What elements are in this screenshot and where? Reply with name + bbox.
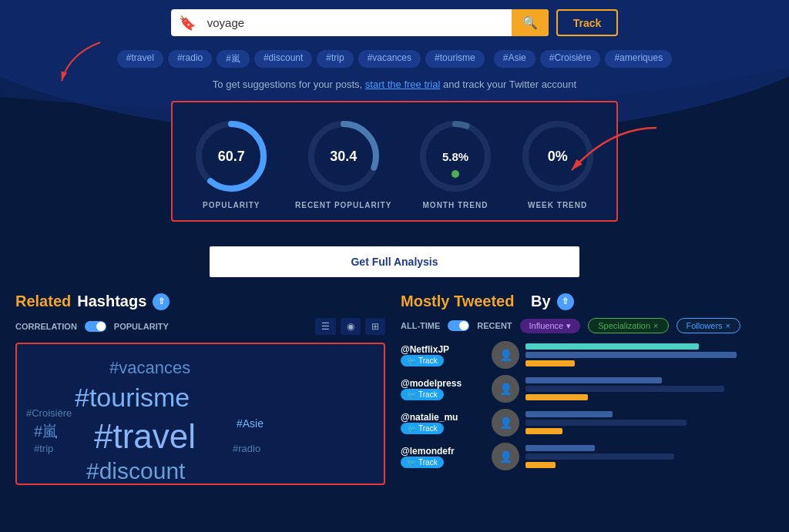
search-button[interactable]: 🔍: [512, 9, 549, 36]
popularity-circle: 60.7: [193, 118, 270, 195]
user-list: @NetflixJP 🐦 Track 👤: [401, 341, 774, 470]
pill-arashi[interactable]: #嵐: [217, 50, 250, 68]
bar1: [525, 445, 595, 451]
popularity-label: POPULARITY: [203, 201, 260, 209]
recent-popularity-label: RECENT POPULARITY: [295, 201, 391, 209]
week-trend-label: WEEK TREND: [528, 201, 587, 209]
correlation-toggle[interactable]: [85, 321, 106, 332]
search-icon: 🔍: [522, 16, 538, 29]
bar2: [525, 352, 737, 358]
pill-croisiere[interactable]: #Croisière: [540, 50, 601, 68]
user-row-lemondefr: @lemondefr 🐦 Track 👤: [401, 443, 774, 470]
twitter-icon2: 🐦: [407, 390, 416, 399]
get-full-analysis-button[interactable]: Get Full Analysis: [210, 246, 579, 277]
bars-netflixjp: [525, 343, 774, 366]
all-time-label: ALL-TIME: [401, 321, 440, 330]
down-arrow-annotation: [54, 38, 108, 85]
stats-box: 60.7 POPULARITY 30.4 RECENT POPULARITY: [171, 101, 618, 222]
mostly-tweeted-section: Mostly Tweeted By ⇧ ALL-TIME RECENT Infl…: [401, 293, 774, 485]
twitter-icon: 🐦: [407, 356, 416, 365]
username-natalie: @natalie_mu: [401, 412, 485, 423]
pill-vacances[interactable]: #vacances: [358, 50, 421, 68]
bar3: [525, 428, 562, 434]
wc-discount[interactable]: #discount: [86, 458, 185, 484]
avatar-netflixjp: 👤: [492, 341, 519, 369]
bar3: [525, 394, 588, 400]
track-btn-modelpress[interactable]: 🐦 Track: [401, 389, 444, 400]
user-info-modelpress: @modelpress 🐦 Track: [401, 378, 485, 400]
month-trend-circle: 5.8%: [417, 118, 494, 195]
wc-croisiere[interactable]: #Croisière: [26, 407, 72, 419]
popularity-value: 60.7: [218, 149, 245, 165]
pill-tourisme[interactable]: #tourisme: [425, 50, 485, 68]
bottom-section: Related Hashtags ⇧ CORRELATION POPULARIT…: [0, 293, 789, 485]
stat-popularity: 60.7 POPULARITY: [193, 118, 270, 209]
search-wrapper: 🔖 🔍: [171, 9, 549, 36]
pill-trip[interactable]: #trip: [317, 50, 353, 68]
pill-asie[interactable]: #Asie: [494, 50, 536, 68]
wc-arashi[interactable]: #嵐: [34, 421, 58, 442]
user-row-natalie: @natalie_mu 🐦 Track 👤: [401, 409, 774, 437]
pill-radio[interactable]: #radio: [168, 50, 212, 68]
share-icon-hashtags[interactable]: ⇧: [153, 293, 170, 310]
pill-ameriques[interactable]: #ameriques: [605, 50, 672, 68]
track-btn-lemondefr[interactable]: 🐦 Track: [401, 457, 444, 468]
free-trial-link[interactable]: start the free trial: [365, 79, 441, 90]
followers-filter[interactable]: Followers ×: [677, 318, 741, 333]
stat-month-trend: 5.8% MONTH TREND: [417, 118, 494, 209]
wc-vacances[interactable]: #vacances: [109, 358, 190, 378]
user-info-lemondefr: @lemondefr 🐦 Track: [401, 446, 485, 468]
month-trend-label: MONTH TREND: [423, 201, 489, 209]
popularity-label: POPULARITY: [114, 322, 169, 331]
track-btn-natalie[interactable]: 🐦 Track: [401, 423, 444, 434]
related-label: Related: [15, 293, 71, 310]
grid-view-btn[interactable]: ⊞: [365, 318, 385, 335]
wc-tourisme[interactable]: #tourisme: [75, 383, 190, 413]
by-label: By: [531, 293, 551, 310]
avatar-lemondefr: 👤: [492, 443, 519, 470]
filter-icons: ☰ ◉ ⊞: [315, 318, 385, 335]
tweeted-filter-bar: ALL-TIME RECENT Influence ▾ Specializati…: [401, 318, 774, 333]
green-dot: [452, 170, 459, 178]
hashtag-pills-container: #travel #radio #嵐 #discount #trip #vacan…: [0, 44, 789, 74]
wc-trip[interactable]: #trip: [34, 443, 53, 454]
month-trend-value: 5.8%: [442, 150, 468, 163]
related-hashtags-title: Related Hashtags ⇧: [15, 293, 385, 310]
bar1: [525, 343, 699, 350]
share-icon-tweeted[interactable]: ⇧: [557, 293, 574, 310]
bar2: [525, 386, 724, 392]
bars-modelpress: [525, 377, 774, 400]
influence-filter[interactable]: Influence ▾: [520, 319, 581, 333]
user-info-netflixjp: @NetflixJP 🐦 Track: [401, 344, 485, 366]
user-row-netflixjp: @NetflixJP 🐦 Track 👤: [401, 341, 774, 369]
username-modelpress: @modelpress: [401, 378, 485, 389]
wc-radio[interactable]: #radio: [233, 443, 260, 454]
bookmark-icon: 🔖: [171, 15, 203, 32]
bars-natalie: [525, 411, 774, 434]
twitter-icon4: 🐦: [407, 458, 416, 467]
bar3: [525, 360, 575, 366]
specialization-filter[interactable]: Specialization ×: [588, 318, 668, 333]
search-bar-container: 🔖 🔍 Track: [0, 0, 789, 44]
avatar-modelpress: 👤: [492, 375, 519, 403]
stat-recent-popularity: 30.4 RECENT POPULARITY: [295, 118, 391, 209]
bar1: [525, 411, 613, 417]
recent-popularity-value: 30.4: [330, 149, 357, 165]
analysis-btn-container: Get Full Analysis: [0, 246, 789, 277]
track-button[interactable]: Track: [556, 9, 619, 36]
track-btn-netflixjp[interactable]: 🐦 Track: [401, 355, 444, 366]
search-input[interactable]: [203, 10, 512, 35]
list-view-btn[interactable]: ☰: [315, 318, 336, 335]
twitter-icon3: 🐦: [407, 424, 416, 433]
avatar-natalie: 👤: [492, 409, 519, 437]
bar2: [525, 453, 674, 460]
bars-lemondefr: [525, 445, 774, 468]
bubble-view-btn[interactable]: ◉: [341, 318, 361, 335]
username-lemondefr: @lemondefr: [401, 446, 485, 457]
pill-travel[interactable]: #travel: [117, 50, 163, 68]
time-toggle[interactable]: [448, 320, 469, 331]
wc-asie[interactable]: #Asie: [237, 417, 264, 430]
wc-travel[interactable]: #travel: [94, 417, 196, 456]
word-cloud-inner: #vacances #tourisme #Croisière #嵐 #trave…: [17, 344, 384, 483]
pill-discount[interactable]: #discount: [254, 50, 312, 68]
